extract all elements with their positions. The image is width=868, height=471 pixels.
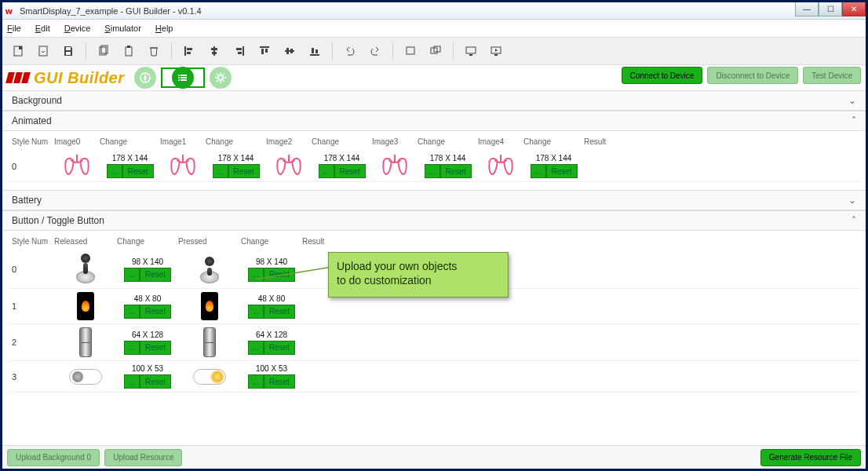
reset-button[interactable]: Reset — [140, 268, 171, 282]
paste-icon[interactable] — [118, 40, 140, 62]
align-left-icon[interactable] — [178, 40, 200, 62]
view-buttons — [134, 67, 232, 89]
browse-button[interactable]: ... — [124, 341, 140, 355]
lungs-icon — [169, 155, 197, 178]
svg-rect-7 — [126, 47, 132, 56]
monitor-play-icon[interactable] — [485, 40, 507, 62]
reset-button[interactable]: Reset — [264, 341, 295, 355]
browse-button[interactable]: ... — [107, 164, 122, 178]
released-img — [54, 327, 117, 357]
test-device-button[interactable]: Test Device — [803, 67, 861, 84]
align-top-icon[interactable] — [253, 40, 275, 62]
disconnect-device-button[interactable]: Disconnect to Device — [707, 67, 798, 84]
hdr-image1: Image1 — [160, 137, 206, 146]
browse-button[interactable]: ... — [425, 164, 440, 178]
menu-file[interactable]: File — [7, 24, 21, 33]
minimize-button[interactable]: — — [795, 2, 819, 16]
browse-button[interactable]: ... — [319, 164, 334, 178]
view-list-selected[interactable] — [161, 68, 205, 88]
new-file-icon[interactable] — [7, 40, 29, 62]
browse-button[interactable]: ... — [531, 164, 546, 178]
browse-button[interactable]: ... — [248, 341, 264, 355]
menu-help[interactable]: Help — [155, 24, 173, 33]
browse-button[interactable]: ... — [124, 268, 140, 282]
pressed-img — [178, 327, 241, 357]
browse-button[interactable]: ... — [124, 305, 140, 319]
animated-change-4: 178 X 144...Reset — [523, 154, 584, 178]
browse-button[interactable]: ... — [248, 305, 264, 319]
reset-button[interactable]: Reset — [264, 305, 295, 319]
menubar: File Edit Device Simulator Help — [2, 20, 866, 37]
change-cell: 98 X 140...Reset — [117, 257, 178, 282]
menu-edit[interactable]: Edit — [35, 24, 50, 33]
chevron-up-icon: ˄ — [852, 215, 856, 226]
reset-button[interactable]: Reset — [140, 374, 171, 389]
window-icon[interactable] — [399, 40, 421, 62]
toggle-on-icon — [193, 369, 226, 385]
section-battery-header[interactable]: Battery ⌄ — [2, 190, 866, 210]
flame-button-icon — [201, 292, 218, 320]
hdr-image4: Image4 — [478, 137, 523, 146]
lungs-icon — [381, 155, 409, 178]
change-cell-2: 100 X 53...Reset — [241, 364, 302, 389]
connect-device-button[interactable]: Connect to Device — [622, 67, 703, 84]
align-center-h-icon[interactable] — [203, 40, 225, 62]
undo-icon[interactable] — [339, 40, 361, 62]
menu-simulator[interactable]: Simulator — [104, 24, 140, 33]
browse-button[interactable]: ... — [124, 374, 140, 389]
reset-button[interactable]: Reset — [264, 374, 295, 389]
reset-button[interactable]: Reset — [140, 341, 171, 355]
svg-rect-8 — [127, 46, 130, 48]
section-background-title: Background — [12, 95, 62, 106]
reset-button[interactable]: Reset — [546, 164, 578, 178]
callout-line1: Upload your own objects — [337, 259, 500, 273]
browse-button[interactable]: ... — [213, 164, 228, 178]
svg-rect-19 — [261, 49, 264, 54]
reset-button[interactable]: Reset — [122, 164, 154, 178]
reset-button[interactable]: Reset — [228, 164, 260, 178]
view-compass-icon[interactable] — [134, 67, 156, 89]
reset-button[interactable]: Reset — [140, 305, 171, 319]
hdr-change1: Change — [206, 137, 266, 146]
section-background-header[interactable]: Background ⌄ — [2, 90, 866, 111]
section-animated-header[interactable]: Animated ˄ — [2, 111, 866, 131]
chevron-up-icon: ˄ — [852, 115, 856, 126]
copy-icon[interactable] — [93, 40, 115, 62]
open-file-icon[interactable] — [32, 40, 54, 62]
svg-line-47 — [223, 80, 224, 82]
align-bottom-icon[interactable] — [304, 40, 326, 62]
upload-resource-button[interactable]: Upload Resource — [104, 449, 182, 466]
upload-background-button[interactable]: Upload Background 0 — [7, 449, 100, 466]
reset-button[interactable]: Reset — [440, 164, 472, 178]
button-row-3: 3 100 X 53...Reset 100 X 53...Reset — [7, 361, 861, 392]
view-gear-icon[interactable] — [210, 67, 232, 89]
maximize-button[interactable]: ☐ — [819, 2, 842, 16]
hdr-result: Result — [584, 137, 623, 146]
delete-icon[interactable] — [143, 40, 165, 62]
dim-label: 178 X 144 — [536, 154, 572, 162]
align-center-v-icon[interactable] — [279, 40, 301, 62]
redo-icon[interactable] — [364, 40, 386, 62]
animated-row-idx: 0 — [12, 162, 54, 171]
menu-device[interactable]: Device — [64, 24, 91, 33]
callout-tooltip: Upload your own objects to do customizat… — [328, 252, 509, 298]
animated-img-0 — [54, 155, 100, 178]
save-icon[interactable] — [57, 40, 79, 62]
svg-point-41 — [218, 75, 223, 80]
svg-rect-22 — [286, 48, 289, 54]
pressed-img — [178, 369, 241, 385]
animated-change-3: 178 X 144...Reset — [418, 154, 478, 178]
close-button[interactable]: ✕ — [842, 2, 866, 16]
monitor-icon[interactable] — [460, 40, 482, 62]
windows-icon[interactable] — [425, 40, 447, 62]
align-right-icon[interactable] — [228, 40, 250, 62]
browse-button[interactable]: ... — [248, 374, 264, 389]
bottom-bar: Upload Background 0 Upload Resource Gene… — [2, 445, 866, 469]
reset-button[interactable]: Reset — [334, 164, 366, 178]
browse-button[interactable]: ... — [248, 268, 264, 282]
generate-resource-button[interactable]: Generate Resource File — [760, 449, 861, 466]
section-button-header[interactable]: Button / Toggle Button ˄ — [2, 210, 866, 231]
reset-button[interactable]: Reset — [264, 268, 295, 282]
animated-img-4 — [478, 155, 523, 178]
dim-label: 64 X 128 — [132, 330, 163, 339]
